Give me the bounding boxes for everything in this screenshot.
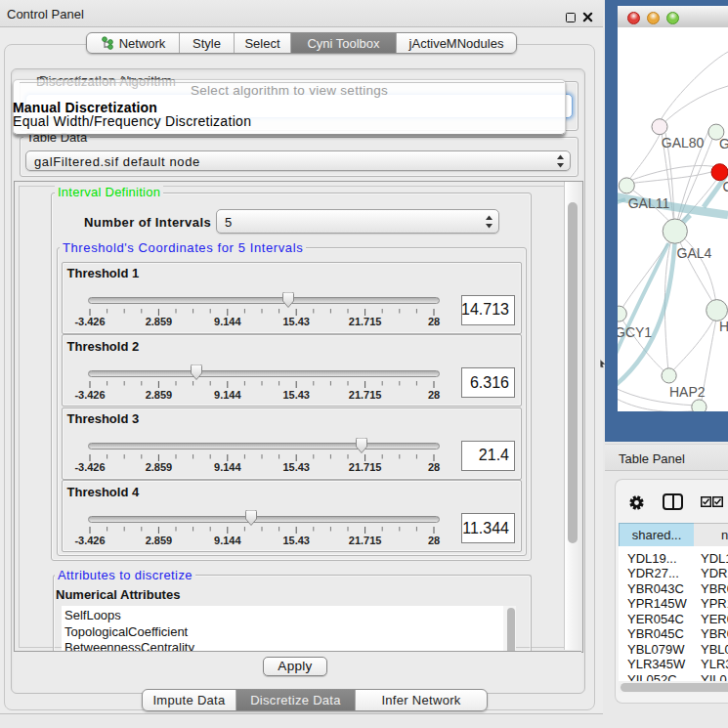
svg-text:GAL4: GAL4 xyxy=(677,245,712,261)
svg-text:GA: GA xyxy=(719,136,728,151)
svg-text:GAL11: GAL11 xyxy=(628,195,670,211)
svg-text:HAP2: HAP2 xyxy=(669,384,706,400)
svg-text:GAL80: GAL80 xyxy=(662,135,705,150)
svg-text:H: H xyxy=(719,319,728,334)
svg-text:CB: CB xyxy=(722,179,728,194)
svg-text:GCY1: GCY1 xyxy=(618,324,652,340)
